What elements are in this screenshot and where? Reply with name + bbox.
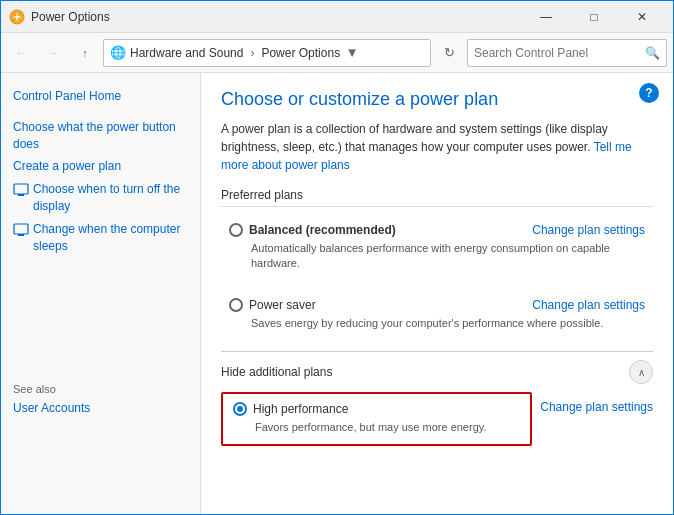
preferred-plans-label: Preferred plans (221, 188, 653, 207)
plan-header-left-power-saver: Power saver (229, 298, 316, 312)
svg-rect-3 (14, 224, 28, 234)
main-window: Power Options — □ ✕ ← → ↑ 🌐 Hardware and… (0, 0, 674, 515)
window-title: Power Options (31, 10, 523, 24)
content-area: ? Choose or customize a power plan A pow… (201, 73, 673, 514)
search-input[interactable] (468, 46, 638, 60)
sidebar-link-label: Control Panel Home (13, 88, 121, 105)
see-also-title: See also (1, 377, 200, 397)
monitor-icon (13, 182, 29, 198)
breadcrumb-separator-1: › (250, 46, 254, 60)
plan-header-balanced: Balanced (recommended) Change plan setti… (229, 223, 645, 237)
close-button[interactable]: ✕ (619, 2, 665, 32)
svg-rect-1 (14, 184, 28, 194)
plan-item-high-performance: High performance Favors performance, but… (221, 392, 532, 445)
sidebar-item-power-button[interactable]: Choose what the power button does (1, 116, 200, 156)
breadcrumb-power: Power Options (261, 46, 340, 60)
breadcrumb-dropdown-button[interactable]: ▼ (344, 39, 360, 67)
sleep-icon (13, 222, 29, 238)
radio-high-performance[interactable] (233, 402, 247, 416)
title-bar: Power Options — □ ✕ (1, 1, 673, 33)
high-performance-row: High performance Favors performance, but… (221, 392, 653, 455)
radio-dot-high-performance (237, 406, 243, 412)
change-link-balanced[interactable]: Change plan settings (532, 223, 645, 237)
search-icon: 🔍 (638, 39, 666, 67)
plan-header-left-high-performance: High performance (233, 402, 348, 416)
plan-name-balanced: Balanced (recommended) (249, 223, 396, 237)
plan-header-left-balanced: Balanced (recommended) (229, 223, 396, 237)
plan-item-balanced: Balanced (recommended) Change plan setti… (221, 217, 653, 278)
up-button[interactable]: ↑ (71, 39, 99, 67)
plan-name-power-saver: Power saver (249, 298, 316, 312)
radio-balanced[interactable] (229, 223, 243, 237)
back-button[interactable]: ← (7, 39, 35, 67)
window-icon (9, 9, 25, 25)
content-title: Choose or customize a power plan (221, 89, 653, 110)
sidebar-link-label: Choose when to turn off the display (33, 181, 188, 215)
sidebar-link-label: Change when the computer sleeps (33, 221, 188, 255)
svg-rect-4 (18, 234, 24, 236)
sidebar-item-turn-off-display[interactable]: Choose when to turn off the display (1, 178, 200, 218)
maximize-button[interactable]: □ (571, 2, 617, 32)
address-icon: 🌐 (110, 45, 126, 60)
sidebar-item-sleep[interactable]: Change when the computer sleeps (1, 218, 200, 258)
content-description: A power plan is a collection of hardware… (221, 120, 653, 174)
address-bar: ← → ↑ 🌐 Hardware and Sound › Power Optio… (1, 33, 673, 73)
minimize-button[interactable]: — (523, 2, 569, 32)
sidebar: Control Panel Home Choose what the power… (1, 73, 201, 514)
sidebar-item-control-panel-home[interactable]: Control Panel Home (1, 85, 200, 108)
plan-header-high-performance: High performance (233, 402, 520, 416)
window-controls: — □ ✕ (523, 2, 665, 32)
change-link-high-performance[interactable]: Change plan settings (540, 392, 653, 414)
plan-header-power-saver: Power saver Change plan settings (229, 298, 645, 312)
sidebar-link-label: Choose what the power button does (13, 119, 188, 153)
svg-rect-2 (18, 194, 24, 196)
plan-desc-balanced: Automatically balances performance with … (251, 241, 645, 272)
radio-power-saver[interactable] (229, 298, 243, 312)
sidebar-item-create-plan[interactable]: Create a power plan (1, 155, 200, 178)
sidebar-link-label: Create a power plan (13, 158, 121, 175)
change-link-power-saver[interactable]: Change plan settings (532, 298, 645, 312)
plan-item-power-saver: Power saver Change plan settings Saves e… (221, 292, 653, 337)
forward-button[interactable]: → (39, 39, 67, 67)
collapse-header[interactable]: Hide additional plans ∧ (221, 352, 653, 392)
help-button[interactable]: ? (639, 83, 659, 103)
sidebar-link-label: User Accounts (13, 400, 90, 417)
additional-plans-section: Hide additional plans ∧ High performance (221, 351, 653, 455)
collapse-chevron-icon: ∧ (629, 360, 653, 384)
plan-desc-power-saver: Saves energy by reducing your computer's… (251, 316, 645, 331)
sidebar-item-user-accounts[interactable]: User Accounts (1, 397, 200, 420)
plan-name-high-performance: High performance (253, 402, 348, 416)
breadcrumb-hardware: Hardware and Sound (130, 46, 243, 60)
plan-desc-high-performance: Favors performance, but may use more ene… (255, 420, 520, 435)
refresh-button[interactable]: ↻ (435, 39, 463, 67)
address-path: 🌐 Hardware and Sound › Power Options ▼ (103, 39, 431, 67)
search-box: 🔍 (467, 39, 667, 67)
collapse-title: Hide additional plans (221, 365, 332, 379)
main-content: Control Panel Home Choose what the power… (1, 73, 673, 514)
